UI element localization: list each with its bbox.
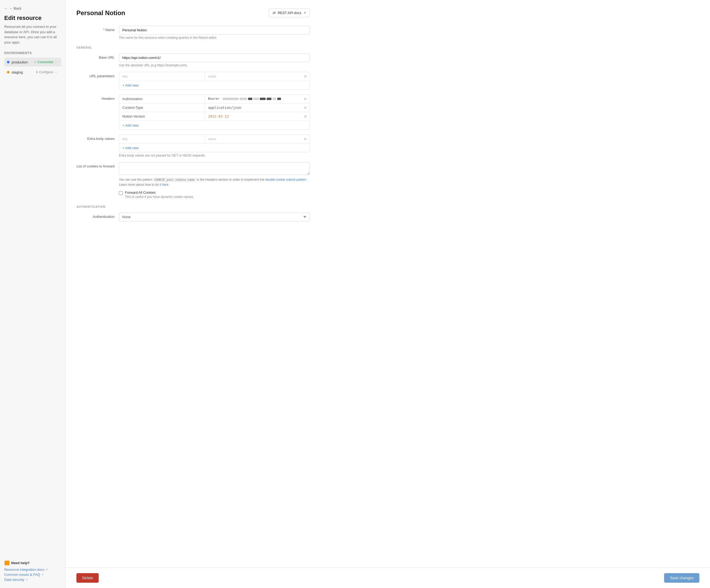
env-more-staging[interactable]: ··· [53,70,58,75]
form-row-cookies: List of cookies to forward You can use t… [76,162,310,199]
name-hint: The name for this resource when creating… [119,36,310,40]
extra-body-key-placeholder[interactable]: key [119,135,205,143]
delete-button[interactable]: Delete [76,573,99,583]
x-icon: ✕ [36,70,38,74]
header-key-content-type[interactable]: Content-Type [119,103,205,112]
form-row-authentication: Authentication None Basic OAuth2 API Key [76,213,310,221]
page-header: Personal Notion ⇄ REST API docs ↗ [76,8,310,17]
general-section-header: GENERAL [76,46,310,49]
forward-all-sublabel: This is useful if you have dynamic cooki… [125,195,194,199]
extra-body-add-button[interactable]: + Add new [122,146,139,150]
header-key-authorization[interactable]: Authorization [119,95,205,103]
headers-table: Authorization Bearer [119,94,310,130]
cookies-hint: You can use the pattern COOKIE_your_cook… [119,177,310,187]
header-row-authorization: Authorization Bearer [119,95,310,103]
url-param-delete-btn[interactable]: ✕ [301,72,310,81]
form-row-url-params: URL parameters key value ✕ + Add new [76,72,310,90]
help-link-label-2: Data security [4,578,24,582]
form-row-name: Name The name for this resource when cre… [76,26,310,40]
label-extra-body: Extra body values [76,135,119,141]
base-url-hint: Use the absolute URL (e.g https://exampl… [119,64,310,67]
field-cookies: You can use the pattern COOKIE_your_cook… [119,162,310,199]
back-link[interactable]: ← ← Back [4,6,61,10]
header-value-authorization[interactable]: Bearer [205,95,301,103]
extra-body-empty-row: key value ✕ [119,135,310,144]
header-delete-authorization[interactable]: ✕ [301,95,310,103]
base-url-input[interactable] [119,53,310,62]
header-delete-content-type[interactable]: ✕ [301,103,310,112]
here-link[interactable]: here [162,183,168,187]
external-link-icon-api: ↗ [304,11,306,15]
url-params-empty-row: key value ✕ [119,72,310,81]
label-name: Name [76,26,119,32]
external-link-icon-0: ↗ [45,568,48,571]
header-value-content-type[interactable]: application/json [205,103,301,112]
env-dot-staging [7,71,9,73]
environments-section-label: Environments [4,51,61,55]
headers-add-row: + Add new [119,121,310,130]
extra-body-hint: Extra body values are not passed for GET… [119,154,310,157]
cookies-hint-text-1: You can use the pattern [119,178,153,182]
form-row-headers: Headers Authorization Bearer [76,94,310,130]
extra-body-table: key value ✕ + Add new [119,135,310,152]
env-item-staging[interactable]: staging ✕ Configure ··· [4,68,61,77]
environments-list: production ✓ Connected ··· staging ✕ Con… [4,57,61,77]
url-param-key-placeholder[interactable]: key [119,72,205,81]
env-name-staging: staging [12,70,36,74]
field-name: The name for this resource when creating… [119,26,310,40]
cookies-textarea[interactable] [119,162,310,175]
help-link-integration-docs[interactable]: Resource integration docs ↗ [4,568,61,571]
env-item-production[interactable]: production ✓ Connected ··· [4,57,61,67]
env-status-production: ✓ Connected [34,60,53,64]
help-link-label-0: Resource integration docs [4,568,44,571]
header-key-notion-version[interactable]: Notion-Version [119,112,205,121]
field-base-url: Use the absolute URL (e.g https://exampl… [119,53,310,67]
api-icon: ⇄ [273,11,276,15]
forward-all-cookies-row: Forward All Cookies This is useful if yo… [119,190,310,199]
authentication-section-header: AUTHENTICATION [76,205,310,208]
page-title: Personal Notion [76,9,125,17]
cookie-pattern-code: COOKIE_your_cookie_name [153,178,196,182]
header-delete-notion-version[interactable]: ✕ [301,112,310,121]
help-link-data-security[interactable]: Data security ↗ [4,578,61,582]
double-cookie-link[interactable]: double-cookie submit pattern [265,178,306,182]
extra-body-value-placeholder[interactable]: value [205,135,301,143]
env-status-label-staging: Configure [39,70,53,74]
cookies-hint-text-4: . [169,183,170,187]
label-base-url: Base URL [76,53,119,60]
rest-api-docs-label: REST API docs [278,11,301,15]
back-label: ← Back [9,6,22,10]
help-emoji: 🟧 [4,560,9,565]
url-param-value-placeholder[interactable]: value [205,72,301,81]
save-changes-button[interactable]: Save changes [664,573,700,583]
field-headers: Authorization Bearer [119,94,310,130]
name-input[interactable] [119,26,310,34]
label-url-params: URL parameters [76,72,119,78]
url-params-add-button[interactable]: + Add new [122,83,139,87]
authentication-select[interactable]: None Basic OAuth2 API Key [119,213,310,221]
field-authentication: None Basic OAuth2 API Key [119,213,310,221]
label-authentication: Authentication [76,213,119,219]
forward-all-label-group: Forward All Cookies This is useful if yo… [125,190,194,199]
label-headers: Headers [76,94,119,100]
env-more-production[interactable]: ··· [53,60,58,65]
sidebar: ← ← Back Edit resource Resources let you… [0,0,66,588]
header-value-notion-version[interactable]: 2022-02-22 [205,112,301,121]
main-content: Personal Notion ⇄ REST API docs ↗ Name T… [66,0,710,588]
bearer-token-display: Bearer [208,97,298,100]
forward-all-cookies-checkbox[interactable] [119,191,123,195]
header-row-notion-version: Notion-Version 2022-02-22 ✕ [119,112,310,121]
help-link-faq[interactable]: Common issues & FAQ ↗ [4,572,61,577]
sidebar-title: Edit resource [4,15,61,22]
headers-add-button[interactable]: + Add new [122,123,139,127]
help-title-label: Need help? [11,561,30,565]
extra-body-add-row: + Add new [119,144,310,152]
label-cookies: List of cookies to forward [76,162,119,168]
extra-body-delete-btn[interactable]: ✕ [301,135,310,143]
back-arrow-icon: ← [4,6,8,10]
help-link-label-1: Common issues & FAQ [4,572,40,577]
rest-api-docs-button[interactable]: ⇄ REST API docs ↗ [269,8,310,17]
form-row-extra-body: Extra body values key value ✕ + Add new … [76,135,310,157]
sidebar-description: Resources let you connect to your databa… [4,24,61,45]
cookies-hint-text-2: in the Headers section in order to imple… [197,178,265,182]
